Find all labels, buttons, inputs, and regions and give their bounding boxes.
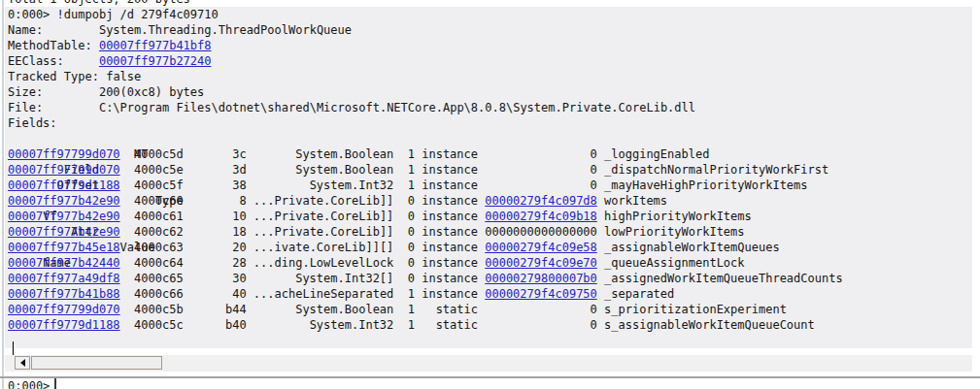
vt-cell: 0 bbox=[401, 240, 415, 255]
mt-link[interactable]: 00007ff97799d070 bbox=[8, 162, 120, 178]
type-cell: System.Int32 bbox=[253, 317, 393, 333]
field-name-cell: highPriorityWorkItems bbox=[604, 209, 752, 224]
attr-cell: instance bbox=[422, 240, 478, 255]
scrollbar-thumb[interactable] bbox=[31, 356, 162, 370]
field-name-cell: _separated bbox=[604, 286, 674, 302]
value-link[interactable]: 00000279f4c09b18 bbox=[485, 209, 597, 224]
eeclass-link[interactable]: 00007ff977b27240 bbox=[99, 54, 212, 68]
field-name-cell: s_assignableWorkItemQueueCount bbox=[604, 317, 815, 333]
type-cell: System.Boolean bbox=[253, 162, 393, 178]
file-label: File: bbox=[8, 101, 99, 114]
vt-cell: 0 bbox=[401, 193, 415, 209]
mt-link[interactable]: 00007ff977b42e90 bbox=[8, 209, 120, 224]
mt-link[interactable]: 00007ff977b42440 bbox=[8, 255, 120, 271]
command-prompt-label: 0:000> bbox=[8, 378, 50, 389]
type-cell: ...Private.CoreLib]] bbox=[253, 224, 393, 240]
field-name-cell: _assignedWorkItemQueueThreadCounts bbox=[604, 271, 843, 286]
dumpobj-command-text: 0:000> !dumpobj /d 279f4c09710 bbox=[8, 8, 219, 21]
info-line-name: Name: System.Threading.ThreadPoolWorkQue… bbox=[5, 22, 972, 38]
methodtable-link[interactable]: 00007ff977b41bf8 bbox=[99, 39, 212, 52]
value-link[interactable]: 00000279800007b0 bbox=[485, 271, 597, 286]
mt-link[interactable]: 00007ff977b42e90 bbox=[8, 224, 120, 240]
type-cell: ...ding.LowLevelLock bbox=[253, 255, 393, 271]
offset-cell: 3c bbox=[190, 146, 247, 162]
field-name-cell: _assignableWorkItemQueues bbox=[604, 240, 780, 255]
field-name-cell: _dispatchNormalPriorityWorkFirst bbox=[604, 162, 828, 178]
value-link[interactable]: 00000279f4c09e70 bbox=[485, 255, 597, 271]
vt-cell: 0 bbox=[401, 255, 415, 271]
field-row: 00007ff977b42e904000c6110...Private.Core… bbox=[5, 209, 972, 224]
window-left-border bbox=[2, 0, 4, 389]
value-cell: 0 bbox=[485, 146, 597, 162]
size-label: Size: bbox=[8, 85, 99, 99]
offset-cell: 10 bbox=[190, 209, 247, 224]
vt-cell: 1 bbox=[401, 317, 415, 333]
field-name-cell: lowPriorityWorkItems bbox=[604, 224, 745, 240]
mt-link[interactable]: 00007ff97799d070 bbox=[8, 146, 120, 162]
vt-cell: 0 bbox=[401, 209, 415, 224]
field-token-cell: 4000c5f bbox=[127, 178, 184, 193]
mt-link[interactable]: 00007ff97799d070 bbox=[8, 302, 120, 317]
fields-table-header: MT Field Offset Type VT Attr Value Name bbox=[5, 131, 972, 146]
field-token-cell: 4000c62 bbox=[127, 224, 184, 240]
field-name-cell: _loggingEnabled bbox=[604, 146, 709, 162]
mt-link[interactable]: 00007ff9779d1188 bbox=[8, 317, 120, 333]
command-input[interactable] bbox=[57, 378, 974, 389]
attr-cell: instance bbox=[422, 255, 478, 271]
field-token-cell: 4000c5d bbox=[127, 146, 184, 162]
mt-link[interactable]: 00007ff977a49df8 bbox=[8, 271, 120, 286]
type-cell: System.Int32[] bbox=[253, 271, 393, 286]
field-row: 00007ff9779d11884000c5cb40System.Int321s… bbox=[5, 317, 972, 333]
type-cell: System.Int32 bbox=[253, 178, 393, 193]
field-name-cell: workItems bbox=[604, 193, 667, 209]
info-line-fields: Fields: bbox=[5, 115, 972, 131]
attr-cell: instance bbox=[422, 162, 478, 178]
info-line-methodtable: MethodTable: 00007ff977b41bf8 bbox=[5, 38, 972, 53]
value-link[interactable]: 00000279f4c09e58 bbox=[485, 240, 597, 255]
mt-link[interactable]: 00007ff977b41b88 bbox=[8, 286, 120, 302]
field-row: 00007ff97799d0704000c5e3dSystem.Boolean1… bbox=[5, 162, 972, 178]
value-cell: 0 bbox=[485, 302, 597, 317]
vt-cell: 1 bbox=[401, 286, 415, 302]
tracked-type-label: Tracked Type: bbox=[8, 70, 106, 83]
field-row: 00007ff977b45e184000c6320...ivate.CoreLi… bbox=[5, 240, 972, 255]
field-row: 00007ff97799d0704000c5bb44System.Boolean… bbox=[5, 302, 972, 317]
attr-cell: instance bbox=[422, 224, 478, 240]
field-row: 00007ff977b42e904000c608...Private.CoreL… bbox=[5, 193, 972, 209]
scroll-left-icon bbox=[20, 359, 25, 367]
vt-cell: 1 bbox=[401, 162, 415, 178]
mt-link[interactable]: 00007ff9779d1188 bbox=[8, 178, 120, 193]
offset-cell: 40 bbox=[190, 286, 247, 302]
field-token-cell: 4000c64 bbox=[127, 255, 184, 271]
offset-cell: 18 bbox=[190, 224, 247, 240]
type-cell: System.Boolean bbox=[253, 146, 393, 162]
mt-link[interactable]: 00007ff977b42e90 bbox=[8, 193, 120, 209]
vt-cell: 0 bbox=[401, 224, 415, 240]
scroll-left-button[interactable] bbox=[15, 356, 30, 370]
field-row: 00007ff977b41b884000c6640...acheLineSepa… bbox=[5, 286, 972, 302]
empty-selected-line bbox=[5, 333, 972, 348]
type-cell: ...acheLineSeparated bbox=[253, 286, 393, 302]
tracked-type-value: false bbox=[106, 70, 141, 83]
info-line-tracked-type: Tracked Type: false bbox=[5, 69, 972, 84]
name-value: System.Threading.ThreadPoolWorkQueue bbox=[99, 23, 352, 37]
field-row: 00007ff97799d0704000c5d3cSystem.Boolean1… bbox=[5, 146, 972, 162]
value-cell: 0 bbox=[485, 162, 597, 178]
field-row: 00007ff977b42e904000c6218...Private.Core… bbox=[5, 224, 972, 240]
mt-link[interactable]: 00007ff977b45e18 bbox=[8, 240, 120, 255]
attr-cell: instance bbox=[422, 178, 478, 193]
field-token-cell: 4000c63 bbox=[127, 240, 184, 255]
horizontal-scrollbar[interactable] bbox=[5, 355, 972, 372]
command-output-pane[interactable]: Total 1 objects, 200 bytes 0:000> !dumpo… bbox=[8, 0, 972, 348]
vt-cell: 1 bbox=[401, 302, 415, 317]
attr-cell: static bbox=[422, 317, 478, 333]
output-line-total: Total 1 objects, 200 bytes bbox=[8, 0, 972, 7]
text-caret bbox=[13, 341, 14, 355]
value-link[interactable]: 00000279f4c097d8 bbox=[485, 193, 597, 209]
field-row: 00007ff977a49df84000c6530System.Int32[]0… bbox=[5, 271, 972, 286]
attr-cell: instance bbox=[422, 193, 478, 209]
output-line-command: 0:000> !dumpobj /d 279f4c09710 bbox=[5, 7, 972, 22]
value-link[interactable]: 00000279f4c09750 bbox=[485, 286, 597, 302]
type-cell: ...ivate.CoreLib]][] bbox=[253, 240, 393, 255]
field-row: 00007ff977b424404000c6428...ding.LowLeve… bbox=[5, 255, 972, 271]
